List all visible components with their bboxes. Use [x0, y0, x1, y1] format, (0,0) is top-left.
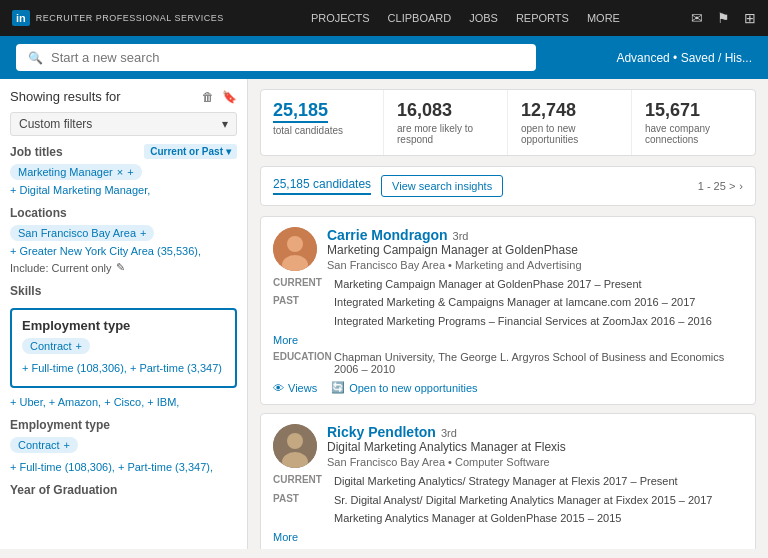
messages-icon[interactable]: ✉	[691, 10, 703, 26]
candidate-title-ricky: Digital Marketing Analytics Manager at F…	[327, 440, 566, 454]
avatar-ricky	[273, 424, 317, 468]
stats-row: 25,185 total candidates 16,083 are more …	[260, 89, 756, 156]
remove-tag-icon[interactable]: ×	[117, 166, 123, 178]
nav-jobs[interactable]: JOBS	[469, 12, 498, 24]
candidate-name-ricky[interactable]: Ricky Pendleton	[327, 424, 436, 440]
skills-label: Skills	[10, 284, 237, 298]
results-bar: 25,185 candidates View search insights 1…	[260, 166, 756, 206]
results-bar-left: 25,185 candidates View search insights	[273, 175, 503, 197]
year-graduation-label: Year of Graduation	[10, 483, 237, 497]
grid-icon[interactable]: ⊞	[744, 10, 756, 26]
include-current-only: Include: Current only ✎	[10, 261, 237, 274]
custom-filters-dropdown[interactable]: Custom filters ▾	[10, 112, 237, 136]
stat-likely-respond: 16,083 are more likely to respond	[385, 90, 508, 155]
past-exp-carrie-1: Past Integrated Marketing & Campaigns Ma…	[273, 295, 743, 310]
stat-label-respond: are more likely to respond	[397, 123, 495, 145]
nav-more[interactable]: MORE	[587, 12, 620, 24]
sidebar-header-icons: 🗑 🔖	[202, 90, 237, 104]
more-link-ricky-exp[interactable]: More	[273, 531, 298, 543]
pagination-next-icon[interactable]: ›	[739, 180, 743, 192]
employment-more-2[interactable]: + Full-time (108,306), + Part-time (3,34…	[10, 461, 237, 473]
linkedin-icon: in	[12, 10, 30, 26]
candidate-location-ricky: San Francisco Bay Area • Computer Softwa…	[327, 456, 566, 468]
candidate-info-carrie: Carrie Mondragon 3rd Marketing Campaign …	[327, 227, 582, 271]
past-exp-ricky-1: Past Sr. Digital Analyst/ Digital Market…	[273, 493, 743, 508]
candidate-title-carrie: Marketing Campaign Manager at GoldenPhas…	[327, 243, 582, 257]
candidate-degree-carrie: 3rd	[453, 230, 469, 242]
candidate-card-ricky: Ricky Pendleton 3rd Digital Marketing An…	[260, 413, 756, 549]
svg-point-1	[287, 236, 303, 252]
top-navigation: in RECRUITER PROFESSIONAL SERVICES PROJE…	[0, 0, 768, 36]
contract-tag-highlight[interactable]: Contract +	[22, 338, 90, 354]
service-name: RECRUITER PROFESSIONAL SERVICES	[36, 13, 224, 23]
views-link-carrie[interactable]: 👁 Views	[273, 382, 317, 394]
companies-more[interactable]: + Uber, + Amazon, + Cisco, + IBM,	[10, 396, 237, 408]
nav-icons: ✉ ⚑ ⊞	[691, 10, 756, 26]
advanced-search-link[interactable]: Advanced • Saved / His...	[616, 51, 752, 65]
add-tag-icon[interactable]: +	[127, 166, 133, 178]
svg-point-4	[287, 433, 303, 449]
trash-icon[interactable]: 🗑	[202, 90, 214, 104]
dropdown-small-icon: ▾	[226, 146, 231, 157]
stat-company-connections: 15,671 have company connections	[633, 90, 755, 155]
linkedin-logo[interactable]: in RECRUITER PROFESSIONAL SERVICES	[12, 10, 224, 26]
skills-section: Skills	[10, 284, 237, 298]
stat-total-candidates: 25,185 total candidates	[261, 90, 384, 155]
employment-type-highlight-box: Employment type Contract + + Full-time (…	[10, 308, 237, 388]
nav-links: PROJECTS CLIPBOARD JOBS REPORTS MORE	[240, 12, 691, 24]
add-location-icon[interactable]: +	[140, 227, 146, 239]
marketing-manager-tag[interactable]: Marketing Manager × +	[10, 164, 142, 180]
nav-clipboard[interactable]: CLIPBOARD	[388, 12, 452, 24]
dropdown-chevron-icon: ▾	[222, 117, 228, 131]
opportunities-icon: 🔄	[331, 381, 345, 394]
past-exp-carrie-2: Integrated Marketing Programs – Financia…	[273, 314, 743, 329]
pagination: 1 - 25 > ›	[698, 180, 743, 192]
candidate-location-carrie: San Francisco Bay Area • Marketing and A…	[327, 259, 582, 271]
edit-include-icon[interactable]: ✎	[116, 261, 125, 274]
education-ricky: Education California State University, C…	[273, 548, 743, 549]
more-link-carrie[interactable]: More	[273, 334, 298, 346]
sidebar: Showing results for 🗑 🔖 Custom filters ▾…	[0, 79, 248, 549]
locations-label: Locations	[10, 206, 237, 220]
education-carrie: Education Chapman University, The George…	[273, 351, 743, 375]
search-bar: 🔍 Advanced • Saved / His...	[0, 36, 768, 79]
sf-bay-area-tag[interactable]: San Francisco Bay Area +	[10, 225, 154, 241]
candidate-degree-ricky: 3rd	[441, 427, 457, 439]
sidebar-header: Showing results for 🗑 🔖	[10, 89, 237, 104]
employment-type-highlight-label: Employment type	[22, 318, 225, 333]
candidate-header-carrie: Carrie Mondragon 3rd Marketing Campaign …	[273, 227, 743, 271]
employment-type-2-section: Employment type Contract + + Full-time (…	[10, 418, 237, 473]
search-icon: 🔍	[28, 51, 43, 65]
search-input[interactable]	[51, 50, 524, 65]
employment-more-highlight[interactable]: + Full-time (108,306), + Part-time (3,34…	[22, 362, 225, 374]
showing-results-label: Showing results for	[10, 89, 121, 104]
stat-label-connections: have company connections	[645, 123, 743, 145]
search-input-wrap[interactable]: 🔍	[16, 44, 536, 71]
view-search-insights-button[interactable]: View search insights	[381, 175, 503, 197]
stat-number-connections: 15,671	[645, 100, 743, 121]
stat-number-open: 12,748	[521, 100, 619, 121]
open-opportunities-link-carrie[interactable]: 🔄 Open to new opportunities	[331, 381, 477, 394]
stat-label-total: total candidates	[273, 125, 371, 136]
avatar-carrie	[273, 227, 317, 271]
job-titles-filter-tag[interactable]: Current or Past ▾	[144, 144, 237, 159]
pagination-text: 1 - 25 >	[698, 180, 736, 192]
contract-tag-2[interactable]: Contract +	[10, 437, 78, 453]
candidate-name-carrie[interactable]: Carrie Mondragon	[327, 227, 448, 243]
current-exp-ricky: Current Digital Marketing Analytics/ Str…	[273, 474, 743, 489]
job-title-more[interactable]: + Digital Marketing Manager,	[10, 184, 237, 196]
main-layout: Showing results for 🗑 🔖 Custom filters ▾…	[0, 79, 768, 549]
past-exp-ricky-2: Marketing Analytics Manager at GoldenPha…	[273, 511, 743, 526]
add-contract-icon[interactable]: +	[76, 340, 82, 352]
custom-filters-label: Custom filters	[19, 117, 92, 131]
stat-open-opportunities: 12,748 open to new opportunities	[509, 90, 632, 155]
add-contract-2-icon[interactable]: +	[64, 439, 70, 451]
nav-reports[interactable]: REPORTS	[516, 12, 569, 24]
companies-section: + Uber, + Amazon, + Cisco, + IBM,	[10, 396, 237, 408]
candidate-header-ricky: Ricky Pendleton 3rd Digital Marketing An…	[273, 424, 743, 468]
nav-projects[interactable]: PROJECTS	[311, 12, 370, 24]
location-more[interactable]: + Greater New York City Area (35,536),	[10, 245, 237, 257]
flag-icon[interactable]: ⚑	[717, 10, 730, 26]
bookmark-icon[interactable]: 🔖	[222, 90, 237, 104]
stat-number-total: 25,185	[273, 100, 328, 123]
